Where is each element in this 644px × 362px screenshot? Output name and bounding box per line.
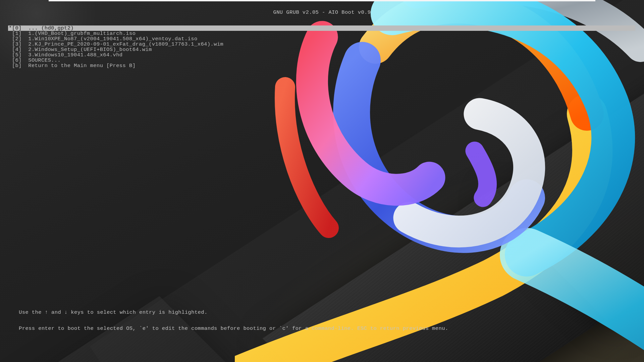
boot-menu-item[interactable]: [b] Return to the Main menu [Press B]: [9, 63, 635, 68]
boot-menu-item[interactable]: [2] 1.Win10XPE_No87_(v2004_19041.508_x64…: [9, 36, 635, 42]
title-bar-divider: [49, 0, 595, 1]
boot-menu-item[interactable]: [5] 3.Windows10_19041.488_x64.vhd: [9, 52, 635, 58]
boot-menu-item[interactable]: [4] 2.Windows_Setup_(UEFI+BIOS)_boot64.w…: [9, 47, 635, 52]
boot-menu-item[interactable]: [6] SOURCES...: [9, 58, 635, 63]
help-line: Press enter to boot the selected OS, `e'…: [19, 326, 637, 331]
boot-menu-item[interactable]: [1] 1.(VHD_Boot)_grubfm_multiarch.iso: [9, 31, 635, 36]
grub-header: GNU GRUB v2.05 - AIO Boot v0.9: [0, 9, 644, 15]
screen: GNU GRUB v2.05 - AIO Boot v0.9 *[0] ... …: [0, 0, 644, 362]
boot-menu[interactable]: *[0] ... (hd0,gpt2) [1] 1.(VHD_Boot)_gru…: [9, 25, 635, 68]
help-line: Use the ↑ and ↓ keys to select which ent…: [19, 310, 637, 315]
boot-menu-item[interactable]: [3] 2.KJ_Prince_PE_2020-09-01_exFat_drag…: [9, 42, 635, 47]
help-text: Use the ↑ and ↓ keys to select which ent…: [19, 299, 637, 342]
boot-menu-item[interactable]: *[0] ... (hd0,gpt2): [8, 25, 635, 31]
